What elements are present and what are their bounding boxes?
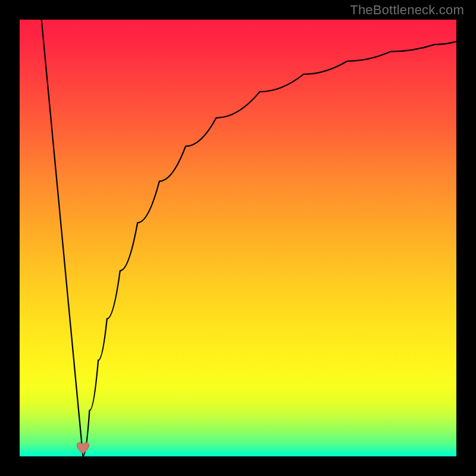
plot-area [20, 20, 456, 456]
watermark-text: TheBottleneck.com [350, 2, 464, 18]
optimum-marker [77, 443, 89, 453]
curve-right-branch [83, 42, 456, 456]
heart-icon [77, 443, 89, 453]
curve-layer [20, 20, 456, 456]
curve-left-branch [42, 20, 83, 456]
bottleneck-curve [42, 20, 456, 456]
chart-frame: TheBottleneck.com [0, 0, 476, 476]
